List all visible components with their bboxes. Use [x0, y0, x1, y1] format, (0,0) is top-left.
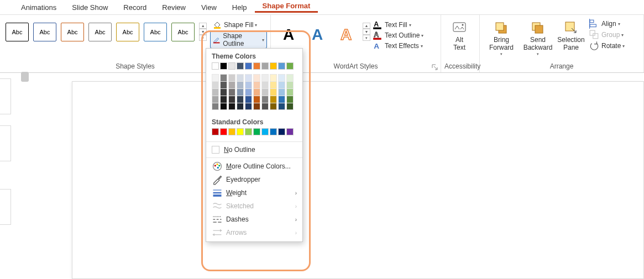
wordart-gallery-scroll[interactable]: ▲ ▼ ▾ — [363, 23, 370, 41]
color-swatch[interactable] — [278, 62, 285, 70]
color-swatch[interactable] — [237, 62, 244, 70]
shape-style-preset-3[interactable]: Abc — [61, 23, 84, 41]
color-swatch[interactable] — [286, 88, 294, 96]
text-fill-button[interactable]: A Text Fill ▾ — [373, 20, 423, 29]
color-swatch[interactable] — [286, 128, 294, 135]
color-swatch[interactable] — [245, 128, 252, 135]
color-swatch[interactable] — [261, 62, 269, 70]
shape-fill-button[interactable]: Shape Fill ▾ — [210, 19, 267, 30]
dashes-item[interactable]: Dashes › — [206, 213, 302, 226]
color-swatch[interactable] — [228, 103, 235, 110]
color-swatch[interactable] — [270, 62, 277, 70]
slide-thumbnail-3[interactable] — [0, 189, 11, 225]
color-swatch[interactable] — [286, 96, 294, 103]
color-swatch[interactable] — [237, 128, 244, 135]
color-swatch[interactable] — [261, 128, 269, 135]
tab-shape-format[interactable]: Shape Format — [255, 2, 318, 13]
color-swatch[interactable] — [261, 103, 269, 110]
color-swatch[interactable] — [253, 62, 260, 70]
color-swatch[interactable] — [286, 103, 294, 110]
tab-review[interactable]: Review — [154, 3, 193, 12]
tab-view[interactable]: View — [193, 3, 224, 12]
color-swatch[interactable] — [228, 88, 235, 96]
color-swatch[interactable] — [212, 81, 219, 88]
color-swatch[interactable] — [212, 128, 219, 135]
color-swatch[interactable] — [245, 62, 252, 70]
color-swatch[interactable] — [245, 74, 252, 81]
group-button[interactable]: Group ▾ — [589, 30, 625, 39]
color-swatch[interactable] — [286, 81, 294, 88]
color-swatch[interactable] — [286, 62, 294, 70]
color-swatch[interactable] — [253, 88, 260, 96]
text-effects-button[interactable]: A Text Effects ▾ — [373, 41, 423, 50]
shape-style-preset-1[interactable]: Abc — [6, 23, 29, 41]
color-swatch[interactable] — [270, 74, 277, 81]
color-swatch[interactable] — [237, 81, 244, 88]
color-swatch[interactable] — [253, 103, 260, 110]
color-swatch[interactable] — [253, 74, 260, 81]
color-swatch[interactable] — [261, 74, 269, 81]
color-swatch[interactable] — [245, 103, 252, 110]
gallery-expand[interactable]: ▾ — [363, 35, 370, 41]
no-outline-item[interactable]: No Outline — [206, 144, 302, 156]
color-swatch[interactable] — [212, 88, 219, 96]
color-swatch[interactable] — [253, 128, 260, 135]
color-swatch[interactable] — [212, 96, 219, 103]
more-outline-colors-item[interactable]: More Outline Colors... — [206, 160, 302, 173]
color-swatch[interactable] — [253, 81, 260, 88]
shape-outline-button[interactable]: Shape Outline ▾ — [210, 31, 267, 49]
color-swatch[interactable] — [228, 96, 235, 103]
selection-pane-button[interactable]: Selection Pane — [556, 17, 586, 52]
color-swatch[interactable] — [220, 96, 227, 103]
scroll-up[interactable]: ▲ — [363, 23, 370, 29]
wordart-preset-2[interactable]: A — [305, 23, 329, 47]
color-swatch[interactable] — [220, 103, 227, 110]
color-swatch[interactable] — [212, 103, 219, 110]
color-swatch[interactable] — [228, 62, 235, 70]
color-swatch[interactable] — [278, 128, 285, 135]
rotate-button[interactable]: Rotate ▾ — [589, 41, 625, 50]
shape-style-preset-7[interactable]: Abc — [171, 23, 195, 41]
color-swatch[interactable] — [220, 81, 227, 88]
color-swatch[interactable] — [278, 96, 285, 103]
color-swatch[interactable] — [212, 74, 219, 81]
bring-forward-button[interactable]: Bring Forward ▾ — [483, 17, 520, 56]
scroll-up[interactable]: ▲ — [199, 23, 207, 29]
shape-style-preset-6[interactable]: Abc — [144, 23, 167, 41]
alt-text-button[interactable]: Alt Text — [444, 17, 474, 52]
scroll-down[interactable]: ▼ — [199, 29, 207, 35]
tab-animations[interactable]: Animations — [13, 3, 64, 12]
text-outline-button[interactable]: A Text Outline ▾ — [373, 31, 423, 40]
slide-canvas[interactable] — [72, 81, 644, 279]
color-swatch[interactable] — [237, 88, 244, 96]
color-swatch[interactable] — [278, 74, 285, 81]
color-swatch[interactable] — [270, 128, 277, 135]
slide-thumbnail-2[interactable] — [0, 125, 11, 161]
color-swatch[interactable] — [245, 88, 252, 96]
color-swatch[interactable] — [270, 88, 277, 96]
color-swatch[interactable] — [270, 103, 277, 110]
gallery-expand[interactable]: ▾ — [199, 35, 207, 41]
send-backward-button[interactable]: Send Backward ▾ — [520, 17, 556, 56]
color-swatch[interactable] — [270, 81, 277, 88]
shape-style-preset-4[interactable]: Abc — [88, 23, 112, 41]
color-swatch[interactable] — [237, 103, 244, 110]
color-swatch[interactable] — [253, 96, 260, 103]
color-swatch[interactable] — [278, 88, 285, 96]
wordart-preset-3[interactable]: A — [334, 23, 358, 47]
color-swatch[interactable] — [228, 74, 235, 81]
color-swatch[interactable] — [245, 96, 252, 103]
color-swatch[interactable] — [220, 62, 227, 70]
color-swatch[interactable] — [237, 96, 244, 103]
tab-record[interactable]: Record — [116, 3, 154, 12]
tab-slide-show[interactable]: Slide Show — [64, 3, 116, 12]
slide-thumbnail-1[interactable] — [0, 78, 11, 114]
shape-style-gallery-scroll[interactable]: ▲ ▼ ▾ — [199, 23, 207, 41]
scroll-down[interactable]: ▼ — [363, 29, 370, 35]
color-swatch[interactable] — [228, 81, 235, 88]
color-swatch[interactable] — [278, 81, 285, 88]
color-swatch[interactable] — [286, 74, 294, 81]
color-swatch[interactable] — [212, 62, 219, 70]
color-swatch[interactable] — [220, 74, 227, 81]
wordart-dialog-launcher[interactable] — [432, 64, 438, 71]
